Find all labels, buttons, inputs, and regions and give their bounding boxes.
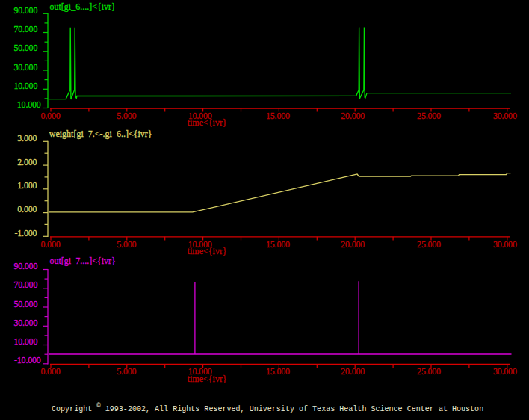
svg-text:time<{ivr}: time<{ivr}	[188, 117, 227, 128]
svg-text:70.000: 70.000	[13, 24, 37, 34]
svg-text:2.000: 2.000	[17, 157, 37, 167]
svg-text:out[gi_7....]<{ivr}: out[gi_7....]<{ivr}	[50, 256, 116, 266]
svg-text:50.000: 50.000	[13, 299, 37, 309]
svg-text:15.000: 15.000	[266, 111, 290, 121]
svg-text:90.000: 90.000	[13, 261, 37, 271]
svg-text:5.000: 5.000	[117, 366, 136, 377]
svg-text:20.000: 20.000	[341, 111, 365, 121]
svg-text:90.000: 90.000	[13, 5, 37, 16]
svg-text:70.000: 70.000	[13, 280, 37, 290]
svg-text:15.000: 15.000	[266, 239, 290, 250]
svg-text:0.000: 0.000	[40, 111, 60, 121]
svg-text:15.000: 15.000	[266, 366, 290, 377]
svg-text:30.000: 30.000	[493, 366, 517, 377]
svg-text:30.000: 30.000	[13, 318, 37, 328]
svg-text:-1.000: -1.000	[15, 228, 37, 238]
svg-text:time<{ivr}: time<{ivr}	[188, 246, 227, 256]
svg-text:-10.000: -10.000	[14, 355, 41, 365]
svg-text:25.000: 25.000	[417, 111, 441, 121]
svg-text:10.000: 10.000	[13, 81, 37, 91]
svg-text:30.000: 30.000	[493, 239, 517, 250]
svg-text:5.000: 5.000	[117, 111, 136, 121]
svg-text:30.000: 30.000	[493, 111, 517, 121]
svg-text:5.000: 5.000	[117, 239, 136, 250]
svg-text:50.000: 50.000	[13, 43, 37, 53]
svg-text:25.000: 25.000	[417, 239, 441, 250]
svg-text:3.000: 3.000	[17, 133, 37, 143]
svg-text:weight[gi_7.<-.gi_6..]<{ivr}: weight[gi_7.<-.gi_6..]<{ivr}	[49, 129, 152, 139]
svg-text:20.000: 20.000	[341, 366, 365, 377]
svg-text:time<{ivr}: time<{ivr}	[188, 374, 227, 384]
svg-text:30.000: 30.000	[13, 62, 37, 72]
svg-text:25.000: 25.000	[417, 366, 441, 377]
svg-text:out[gi_6....]<{ivr}: out[gi_6....]<{ivr}	[50, 1, 116, 12]
svg-text:0.000: 0.000	[17, 204, 37, 214]
svg-text:10.000: 10.000	[13, 336, 37, 347]
svg-text:0.000: 0.000	[40, 239, 60, 250]
svg-text:0.000: 0.000	[40, 366, 60, 377]
svg-text:-10.000: -10.000	[14, 99, 41, 110]
svg-text:1.000: 1.000	[17, 180, 37, 191]
svg-text:20.000: 20.000	[341, 239, 365, 250]
